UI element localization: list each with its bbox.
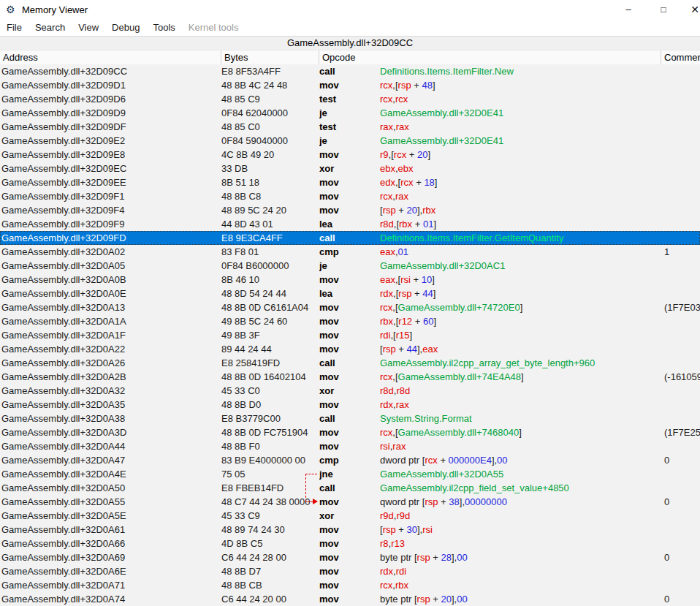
close-button[interactable]: ✕ (684, 0, 700, 19)
row-bytes: 0F84 59040000 (221, 134, 319, 148)
operand-token: GameAssembly.dll+32D0E41 (380, 135, 503, 146)
menu-tools[interactable]: Tools (146, 19, 181, 36)
row-comment (661, 356, 700, 370)
column-header-opcode[interactable]: Opcode (319, 50, 661, 64)
disasm-row[interactable]: GameAssembly.dll+32D0A0B8B 46 10moveax,[… (0, 273, 700, 287)
row-bytes: 48 8B D7 (221, 564, 319, 578)
disasm-row[interactable]: GameAssembly.dll+32D09EC33 DBxorebx,ebx (0, 162, 700, 175)
disasm-row[interactable]: GameAssembly.dll+32D09E20F84 59040000jeG… (0, 134, 700, 148)
disasm-row[interactable]: GameAssembly.dll+32D0A6148 89 74 24 30mo… (0, 523, 700, 537)
column-header-bytes[interactable]: Bytes (221, 50, 319, 64)
disasm-row[interactable]: GameAssembly.dll+32D0A38E8 B3779C00callS… (0, 412, 700, 425)
column-header-comment[interactable]: Comment (661, 50, 700, 64)
disasm-row-selected[interactable]: GameAssembly.dll+32D09FDE8 9E3CA4FFcallD… (0, 231, 700, 245)
operand-token: ,[ (389, 149, 394, 160)
operand-token: eax (422, 344, 438, 355)
maximize-button[interactable]: □ (653, 0, 674, 19)
memory-viewer-window: ⚙ Memory Viewer – □ ✕ File Search View D… (0, 0, 700, 606)
disasm-row[interactable]: GameAssembly.dll+32D09F448 89 5C 24 20mo… (0, 203, 700, 217)
operand-token: rcx (400, 177, 413, 188)
operand-token: edx (380, 177, 395, 188)
disasm-row[interactable]: GameAssembly.dll+32D0A26E8 258419FDcallG… (0, 356, 700, 370)
disasm-row[interactable]: GameAssembly.dll+32D0A74C6 44 24 20 00mo… (0, 592, 700, 606)
disasm-row[interactable]: GameAssembly.dll+32D09D90F84 62040000jeG… (0, 106, 700, 120)
disasm-row[interactable]: GameAssembly.dll+32D0A3D48 8B 0D FC75190… (0, 425, 700, 439)
disasm-row[interactable]: GameAssembly.dll+32D09CCE8 8F53A4FFcallD… (0, 64, 700, 78)
operand-token: 00 (497, 455, 507, 466)
row-opcode: mov (319, 425, 380, 439)
disasm-row[interactable]: GameAssembly.dll+32D0A0283 F8 01cmpeax,0… (0, 245, 700, 259)
row-comment (661, 148, 700, 162)
disasm-row[interactable]: GameAssembly.dll+32D0A1F49 8B 3Fmovrdi,[… (0, 328, 700, 342)
row-comment (661, 231, 700, 245)
operand-token: rsi (422, 524, 433, 535)
row-bytes: E8 258419FD (221, 356, 319, 370)
operand-token: GameAssembly.dll+32D0AC1 (380, 260, 505, 271)
row-address: GameAssembly.dll+32D09CC (0, 64, 221, 78)
menu-debug[interactable]: Debug (105, 19, 146, 36)
operand-token: Definitions.Items.ItemFilter.New (380, 66, 514, 77)
disasm-row[interactable]: GameAssembly.dll+32D0A050F84 B6000000jeG… (0, 259, 700, 273)
row-address: GameAssembly.dll+32D09D1 (0, 78, 221, 92)
row-opcode: mov (319, 564, 380, 578)
row-opcode: mov (319, 273, 380, 287)
row-address: GameAssembly.dll+32D09F1 (0, 189, 221, 203)
disasm-row[interactable]: GameAssembly.dll+32D09DF48 85 C0testrax,… (0, 120, 700, 134)
row-comment (661, 342, 700, 356)
operand-token: 20 (417, 149, 427, 160)
row-address: GameAssembly.dll+32D0A02 (0, 245, 221, 259)
operand-token: rcx (380, 191, 392, 202)
disasm-row[interactable]: GameAssembly.dll+32D0A6E48 8B D7movrdx,r… (0, 564, 700, 578)
row-opcode: lea (319, 287, 380, 300)
disasm-row[interactable]: GameAssembly.dll+32D0A3548 8B D0movrdx,r… (0, 398, 700, 412)
disasm-row[interactable]: GameAssembly.dll+32D0A3245 33 C0xorr8d,r… (0, 384, 700, 398)
operand-token: + (411, 80, 422, 91)
disasm-row[interactable]: GameAssembly.dll+32D0A2B48 8B 0D 1640210… (0, 370, 700, 384)
disasm-row[interactable]: GameAssembly.dll+32D09D148 8B 4C 24 48mo… (0, 78, 700, 92)
row-comment (661, 481, 700, 495)
disasm-row[interactable]: GameAssembly.dll+32D09F944 8D 43 01lear8… (0, 217, 700, 231)
disasm-row[interactable]: GameAssembly.dll+32D0A1348 8B 0D C6161A0… (0, 300, 700, 314)
menu-file[interactable]: File (0, 19, 28, 36)
disasm-row[interactable]: GameAssembly.dll+32D0A4783 B9 E4000000 0… (0, 453, 700, 467)
operand-token: rsp (417, 594, 430, 605)
disasm-row[interactable]: GameAssembly.dll+32D0A1A49 8B 5C 24 60mo… (0, 314, 700, 328)
disasm-row[interactable]: GameAssembly.dll+32D0A0E48 8D 54 24 44le… (0, 287, 700, 300)
row-operands: r8d,[rbx + 01] (380, 217, 661, 231)
disasm-row[interactable]: GameAssembly.dll+32D09F148 8B C8movrcx,r… (0, 189, 700, 203)
row-bytes: 48 8B 0D 16402104 (221, 370, 319, 384)
operand-token: rcx (425, 455, 437, 466)
row-address: GameAssembly.dll+32D0A22 (0, 342, 221, 356)
minimize-button[interactable]: – (617, 0, 639, 19)
row-address: GameAssembly.dll+32D0A35 (0, 398, 221, 412)
disasm-row[interactable]: GameAssembly.dll+32D0A50E8 FBEB14FDcallG… (0, 481, 700, 495)
column-header-address[interactable]: Address (0, 50, 221, 64)
disasm-row[interactable]: GameAssembly.dll+32D0A69C6 44 24 28 00mo… (0, 550, 700, 564)
disasm-row[interactable]: GameAssembly.dll+32D0A5E45 33 C9xorr9d,r… (0, 509, 700, 523)
disasm-row[interactable]: GameAssembly.dll+32D0A4E75 05jneGameAsse… (0, 467, 700, 481)
row-bytes: 48 85 C0 (221, 120, 319, 134)
row-address: GameAssembly.dll+32D0A50 (0, 481, 221, 495)
disasm-row[interactable]: GameAssembly.dll+32D0A4448 8B F0movrsi,r… (0, 439, 700, 453)
row-opcode: mov (319, 592, 380, 606)
operand-token: 60 (423, 316, 433, 327)
disasm-row[interactable]: GameAssembly.dll+32D0A664D 8B C5movr8,r1… (0, 537, 700, 550)
operand-token: byte ptr [ (380, 552, 417, 563)
row-operands: rdi,[r15] (380, 328, 661, 342)
operand-token: eax (380, 274, 395, 285)
disasm-row[interactable]: GameAssembly.dll+32D0A2289 44 24 44mov[r… (0, 342, 700, 356)
disasm-row[interactable]: GameAssembly.dll+32D09EE8B 51 18movedx,[… (0, 175, 700, 189)
disasm-row[interactable]: GameAssembly.dll+32D09E84C 8B 49 20movr9… (0, 148, 700, 162)
disasm-row[interactable]: GameAssembly.dll+32D09D648 85 C9testrcx,… (0, 92, 700, 106)
menu-search[interactable]: Search (28, 19, 72, 36)
operand-token: GameAssembly.dll+74720E0 (398, 302, 520, 313)
column-header: Address Bytes Opcode Comment (0, 50, 700, 65)
row-bytes: 89 44 24 44 (221, 342, 319, 356)
disasm-row[interactable]: GameAssembly.dll+32D0A7148 8B CBmovrcx,r… (0, 578, 700, 592)
menu-view[interactable]: View (72, 19, 105, 36)
row-opcode: call (319, 231, 380, 245)
jump-arrow-vertical-segment (305, 474, 306, 501)
disasm-row[interactable]: GameAssembly.dll+32D0A5548 C7 44 24 38 0… (0, 495, 700, 509)
row-comment: (-161059 (661, 370, 700, 384)
row-address: GameAssembly.dll+32D09E8 (0, 148, 221, 162)
